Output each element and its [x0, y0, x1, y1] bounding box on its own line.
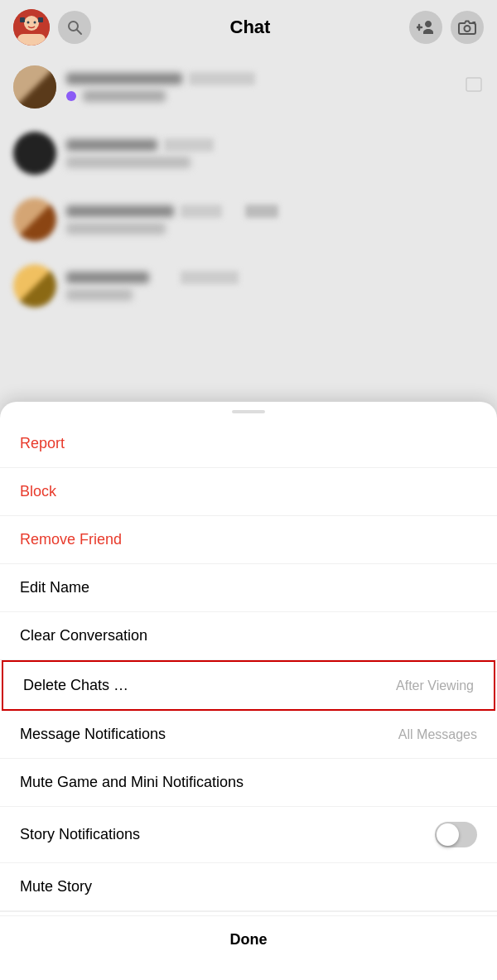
chat-avatar: [13, 264, 56, 307]
svg-rect-3: [38, 17, 43, 22]
sheet-item-delete-chats[interactable]: Delete Chats … After Viewing: [2, 660, 495, 711]
header-right: [409, 11, 484, 44]
remove-friend-label: Remove Friend: [20, 531, 122, 548]
done-button[interactable]: Done: [0, 915, 497, 963]
header-title: Chat: [91, 17, 409, 38]
story-notifications-label: Story Notifications: [20, 826, 140, 843]
bottom-sheet: Report Block Remove Friend Edit Name Cle…: [0, 402, 497, 980]
header-left: [13, 9, 91, 46]
delete-chats-value: After Viewing: [396, 678, 474, 693]
mute-story-label: Mute Story: [20, 878, 92, 896]
chat-list: [0, 54, 497, 319]
sheet-item-report[interactable]: Report: [0, 420, 497, 468]
sheet-item-mute-game[interactable]: Mute Game and Mini Notifications: [0, 759, 497, 807]
chat-item[interactable]: [0, 253, 497, 319]
message-notifications-value: All Messages: [398, 727, 477, 742]
chat-avatar: [13, 198, 56, 241]
svg-point-12: [465, 26, 470, 31]
chat-avatar: [13, 132, 56, 175]
sheet-item-remove-friend[interactable]: Remove Friend: [0, 516, 497, 564]
chat-content: [66, 271, 484, 301]
story-notifications-toggle[interactable]: [435, 822, 477, 847]
sheet-item-clear-conversation[interactable]: Clear Conversation: [0, 612, 497, 660]
separator: [0, 911, 497, 912]
chat-content: [66, 205, 484, 234]
search-button[interactable]: [58, 11, 91, 44]
chat-content: [66, 138, 484, 168]
sheet-handle: [232, 410, 265, 413]
toggle-track: [435, 822, 477, 847]
svg-point-6: [34, 21, 36, 23]
chat-avatar: [13, 65, 56, 109]
avatar[interactable]: [13, 9, 50, 46]
camera-button[interactable]: [451, 11, 484, 44]
clear-conversation-label: Clear Conversation: [20, 627, 147, 644]
sheet-item-message-notifications[interactable]: Message Notifications All Messages: [0, 711, 497, 759]
svg-point-5: [27, 21, 30, 23]
notification-dot: [66, 91, 76, 101]
chat-item[interactable]: [0, 186, 497, 253]
add-friend-button[interactable]: [409, 11, 442, 44]
chat-content: [66, 72, 484, 102]
svg-rect-14: [466, 78, 481, 91]
sheet-item-story-notifications[interactable]: Story Notifications: [0, 807, 497, 863]
sheet-item-edit-name[interactable]: Edit Name: [0, 564, 497, 612]
message-icon: [464, 75, 484, 99]
report-label: Report: [20, 435, 65, 452]
chat-item[interactable]: [0, 120, 497, 186]
header: Chat: [0, 0, 497, 54]
block-label: Block: [20, 483, 56, 500]
edit-name-label: Edit Name: [20, 579, 89, 596]
chat-item[interactable]: [0, 54, 497, 120]
message-notifications-label: Message Notifications: [20, 726, 166, 743]
svg-rect-2: [20, 17, 25, 22]
sheet-item-mute-story[interactable]: Mute Story: [0, 863, 497, 911]
mute-game-label: Mute Game and Mini Notifications: [20, 774, 244, 791]
svg-line-9: [77, 30, 81, 34]
toggle-thumb: [437, 823, 459, 846]
svg-rect-7: [17, 34, 46, 46]
sheet-item-block[interactable]: Block: [0, 468, 497, 516]
delete-chats-label: Delete Chats …: [23, 677, 128, 694]
